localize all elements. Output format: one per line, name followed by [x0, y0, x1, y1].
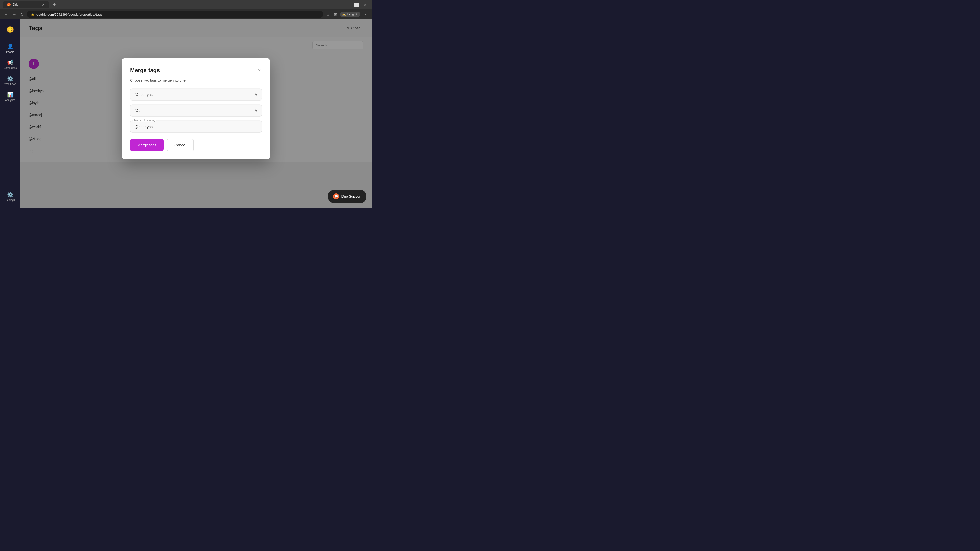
campaigns-icon: 📢: [7, 59, 14, 65]
close-window-btn[interactable]: ✕: [361, 1, 369, 8]
cancel-btn[interactable]: Cancel: [167, 139, 194, 151]
sidebar-item-people[interactable]: 👤 People: [1, 41, 19, 56]
sidebar: 😊 👤 People 📢 Campaigns ⚙️ Workflows 📊 An…: [0, 19, 21, 208]
browser-tab[interactable]: 🔥 Drip ✕: [3, 1, 49, 8]
modal-header: Merge tags ×: [130, 66, 262, 74]
new-tag-label: Name of new tag: [133, 119, 156, 122]
incognito-label: Incognito: [347, 13, 358, 16]
browser-chrome: 🔥 Drip ✕ + – ⬜ ✕ ← → ↻ 🔒 getdrip.com/764…: [0, 0, 372, 19]
forward-btn[interactable]: →: [11, 11, 18, 17]
menu-btn[interactable]: ⋮: [363, 11, 369, 18]
settings-label: Settings: [6, 199, 15, 202]
tag1-select[interactable]: @beshyas @all @layla @moodj @workfi @zil…: [130, 89, 262, 100]
refresh-btn[interactable]: ↻: [19, 11, 25, 18]
analytics-label: Analytics: [5, 99, 15, 102]
modal-actions: Merge tags Cancel: [130, 139, 262, 151]
tag2-select-wrapper: @beshyas @all @layla @moodj @workfi @zil…: [130, 105, 262, 117]
incognito-badge: 🕵️ Incognito: [340, 12, 360, 17]
title-bar: 🔥 Drip ✕ + – ⬜ ✕: [0, 0, 372, 9]
workflows-label: Workflows: [4, 83, 16, 86]
bookmark-btn[interactable]: ☆: [325, 11, 331, 18]
modal-close-btn[interactable]: ×: [257, 66, 262, 74]
drip-support-btn[interactable]: 💬 Drip Support: [328, 190, 366, 203]
analytics-icon: 📊: [7, 92, 14, 98]
support-label: Drip Support: [341, 194, 361, 198]
new-tab-btn[interactable]: +: [51, 1, 58, 8]
workflows-icon: ⚙️: [7, 76, 14, 82]
new-tag-input[interactable]: [130, 121, 262, 133]
address-bar: ← → ↻ 🔒 getdrip.com/7641396/people/prope…: [0, 9, 372, 19]
tab-title: Drip: [13, 3, 18, 6]
back-btn[interactable]: ←: [3, 11, 9, 17]
campaigns-label: Campaigns: [4, 67, 17, 69]
sidebar-logo: 😊: [4, 24, 16, 36]
settings-icon: ⚙️: [7, 192, 14, 198]
people-icon: 👤: [7, 43, 14, 49]
new-tag-wrapper: Name of new tag: [130, 121, 262, 133]
tab-favicon: 🔥: [7, 3, 11, 6]
url-text: getdrip.com/7641396/people/properties#ta…: [37, 13, 102, 16]
merge-tags-btn[interactable]: Merge tags: [130, 139, 164, 151]
incognito-icon: 🕵️: [342, 13, 346, 16]
restore-btn[interactable]: ⬜: [353, 1, 360, 8]
sidebar-item-settings[interactable]: ⚙️ Settings: [1, 189, 19, 204]
modal-close-icon: ×: [258, 67, 261, 73]
modal-description: Choose two tags to merge into one: [130, 78, 262, 83]
main-content: Tags ⊗ Close + @all ⋯ @beshya ⋯: [21, 19, 372, 208]
minimize-btn[interactable]: –: [345, 1, 352, 8]
app-container: 😊 👤 People 📢 Campaigns ⚙️ Workflows 📊 An…: [0, 19, 372, 208]
sidebar-item-workflows[interactable]: ⚙️ Workflows: [1, 73, 19, 88]
merge-tags-modal: Merge tags × Choose two tags to merge in…: [122, 58, 270, 159]
tab-close-btn[interactable]: ✕: [42, 3, 45, 6]
window-controls: – ⬜ ✕: [345, 1, 369, 8]
tag2-select[interactable]: @beshyas @all @layla @moodj @workfi @zil…: [130, 105, 262, 117]
modal-title: Merge tags: [130, 67, 160, 73]
people-label: People: [6, 51, 14, 53]
tag1-select-wrapper: @beshyas @all @layla @moodj @workfi @zil…: [130, 89, 262, 100]
extensions-btn[interactable]: ⊞: [333, 11, 338, 18]
browser-actions: ☆ ⊞ 🕵️ Incognito ⋮: [325, 11, 369, 18]
sidebar-item-analytics[interactable]: 📊 Analytics: [1, 89, 19, 104]
address-input-bar[interactable]: 🔒 getdrip.com/7641396/people/properties#…: [27, 11, 323, 18]
sidebar-item-campaigns[interactable]: 📢 Campaigns: [1, 57, 19, 72]
lock-icon: 🔒: [31, 13, 35, 16]
support-avatar-icon: 💬: [333, 193, 339, 200]
